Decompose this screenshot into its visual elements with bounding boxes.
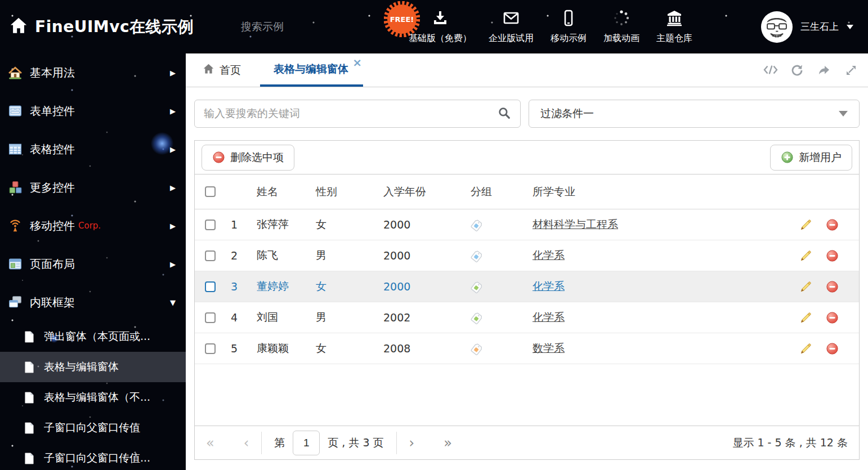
row-checkbox[interactable] [205,281,216,292]
delete-row-icon[interactable] [826,218,839,231]
tag-icon [471,311,484,324]
nav-basic-free[interactable]: 基础版（免费） [409,9,472,44]
sidebar-subitem-label: 子窗口向父窗口传值... [44,451,150,465]
select-all-checkbox[interactable] [205,186,216,197]
row-checkbox[interactable] [205,312,216,323]
edit-icon[interactable] [799,280,812,293]
tab-grid-edit-window[interactable]: 表格与编辑窗体 [260,53,363,87]
nav-theme-repo[interactable]: 主题仓库 [656,9,692,44]
keyword-search-box[interactable] [194,100,521,128]
nav-enterprise-trial[interactable]: 企业版试用 [489,9,534,44]
home-colored-icon [8,65,23,80]
avatar[interactable] [761,11,793,43]
row-checkbox[interactable] [205,343,216,354]
tab-actions [763,53,868,87]
table-row-selected[interactable]: 3 董婷婷 女 2000 化学系 [195,271,859,302]
major-link[interactable]: 数学系 [533,341,565,356]
last-page-button[interactable] [444,436,452,450]
edit-icon[interactable] [799,342,812,355]
page-suffix: 页 , 共 3 页 [328,436,383,450]
major-link[interactable]: 化学系 [533,248,565,263]
sidebar-item-page-layout[interactable]: 页面布局 [0,245,186,283]
sidebar-item-more-controls[interactable]: 更多控件 [0,168,186,207]
sidebar-subitem-child-to-parent-alt[interactable]: 子窗口向父窗口传值... [0,443,186,470]
code-icon[interactable] [763,64,777,77]
sidebar-subitem-label: 子窗口向父窗口传值 [44,420,140,435]
column-header-name[interactable]: 姓名 [245,185,316,199]
sidebar-subitem-child-to-parent[interactable]: 子窗口向父窗口传值 [0,413,186,443]
table-header: 姓名 性别 入学年份 分组 所学专业 [195,174,859,209]
sidebar-item-basic-usage[interactable]: 基本用法 [0,53,186,92]
add-user-button[interactable]: 新增用户 [770,145,852,171]
table-row[interactable]: 2 陈飞 男 2000 化学系 [195,240,859,271]
row-checkbox[interactable] [205,220,216,230]
column-header-year[interactable]: 入学年份 [383,185,471,199]
download-icon [431,9,449,29]
sidebar-item-mobile-controls[interactable]: 移动控件 Corp. [0,207,186,245]
delete-row-icon[interactable] [826,249,839,262]
tab-home[interactable]: 首页 [203,53,241,87]
first-page-button[interactable] [206,436,214,450]
edit-icon[interactable] [799,249,812,262]
cubes-icon [8,180,23,195]
edit-icon[interactable] [799,311,812,324]
cell-gender: 男 [316,310,383,325]
column-header-major[interactable]: 所学专业 [533,185,786,199]
cell-year: 2008 [383,342,471,355]
filter-dropdown[interactable]: 过滤条件一 [529,100,860,128]
page-number-input[interactable] [293,431,320,455]
close-icon[interactable] [352,57,362,68]
table-row[interactable]: 4 刘国 男 2002 化学系 [195,302,859,333]
expand-icon[interactable] [844,64,858,77]
sidebar-subitem-popup-window[interactable]: 弹出窗体（本页面或... [0,321,186,352]
form-icon [8,104,23,118]
refresh-icon[interactable] [790,64,804,77]
top-header: FineUIMvc在线示例 FREE! 基础版（免费） [0,0,868,53]
prev-page-button[interactable] [244,436,249,450]
cell-gender: 女 [316,217,383,232]
next-page-button[interactable] [409,436,415,450]
row-index: 3 [223,280,245,293]
chevron-right-icon [170,260,176,268]
nav-mobile-demo[interactable]: 移动示例 [551,9,587,44]
row-checkbox[interactable] [205,250,216,261]
header-search-input[interactable] [241,21,379,33]
major-link[interactable]: 材料科学与工程系 [533,217,618,232]
brand[interactable]: FineUIMvc在线示例 [9,0,194,53]
keyword-search-input[interactable] [204,108,497,120]
major-link[interactable]: 化学系 [533,279,565,294]
table-row[interactable]: 1 张萍萍 女 2000 材料科学与工程系 [195,209,859,240]
tag-icon [471,342,484,355]
search-icon[interactable] [497,106,511,122]
corp-badge: Corp. [78,221,101,231]
delete-row-icon[interactable] [826,311,839,324]
nav-label: 基础版（免费） [409,33,472,44]
row-index: 2 [223,249,245,262]
cell-year: 2000 [383,249,471,262]
sidebar-item-label: 更多控件 [30,180,75,195]
delete-selected-button[interactable]: 删除选中项 [202,145,294,171]
share-icon[interactable] [817,64,831,77]
column-header-gender[interactable]: 性别 [316,185,383,199]
delete-row-icon[interactable] [826,342,839,355]
header-nav: 基础版（免费） 企业版试用 移动示例 [409,0,692,53]
sidebar-item-iframe[interactable]: 内联框架 [0,283,186,321]
cell-gender: 女 [316,341,383,356]
sidebar-item-form-controls[interactable]: 表单控件 [0,92,186,130]
nav-loading-animation[interactable]: 加载动画 [603,9,639,44]
delete-row-icon[interactable] [826,280,839,293]
header-search[interactable] [241,16,359,38]
sidebar-subitem-grid-edit-window-alt[interactable]: 表格与编辑窗体（不... [0,382,186,413]
edit-icon[interactable] [799,218,812,231]
antenna-icon [8,218,23,233]
cell-name: 陈飞 [245,248,316,263]
bank-icon [665,9,683,29]
column-header-group[interactable]: 分组 [471,185,533,199]
sidebar-subitem-grid-edit-window[interactable]: 表格与编辑窗体 [0,352,186,382]
table-row[interactable]: 5 康颖颖 女 2008 数学系 [195,333,859,364]
user-menu[interactable]: 三生石上 [761,0,853,53]
major-link[interactable]: 化学系 [533,310,565,325]
sidebar-item-table-controls[interactable]: 表格控件 [0,130,186,168]
app-title: FineUIMvc在线示例 [35,16,194,38]
pagination-bar: 第 页 , 共 3 页 显示 1 - 5 条 , 共 12 条 [195,426,859,459]
